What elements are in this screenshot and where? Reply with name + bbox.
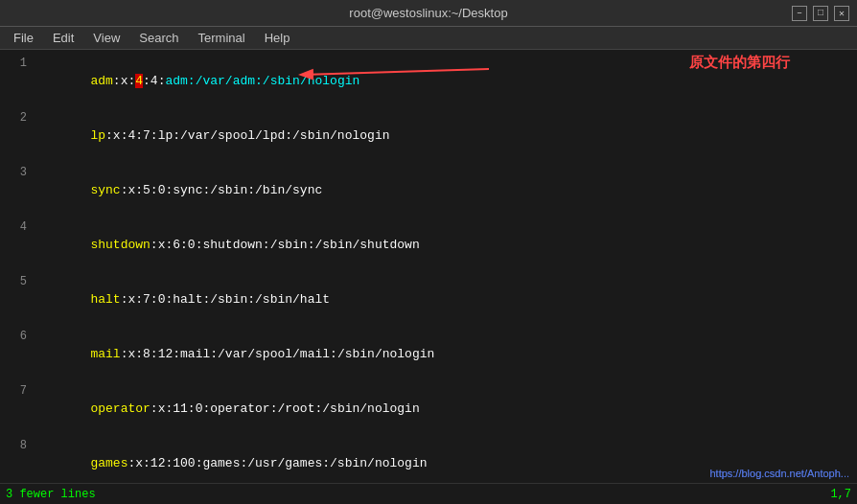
terminal-line-3: 3 sync:x:5:0:sync:/sbin:/bin/sync: [6, 163, 851, 218]
menu-search[interactable]: Search: [129, 29, 188, 47]
terminal-window: root@westoslinux:~/Desktop – □ ✕ File Ed…: [0, 0, 857, 504]
status-right: 1,7: [830, 488, 851, 501]
title-bar: root@westoslinux:~/Desktop – □ ✕: [0, 0, 857, 27]
window-controls[interactable]: – □ ✕: [792, 6, 849, 21]
status-left: 3 fewer lines: [6, 488, 96, 501]
terminal-line-4: 4 shutdown:x:6:0:shutdown:/sbin:/sbin/sh…: [6, 218, 851, 272]
maximize-button[interactable]: □: [813, 6, 828, 21]
status-bar: 3 fewer lines 1,7: [0, 483, 857, 504]
close-button[interactable]: ✕: [834, 6, 849, 21]
minimize-button[interactable]: –: [792, 6, 807, 21]
terminal-line-5: 5 halt:x:7:0:halt:/sbin:/sbin/halt: [6, 272, 851, 327]
terminal-line-7: 7 operator:x:11:0:operator:/root:/sbin/n…: [6, 381, 851, 436]
annotation-text: 原文件的第四行: [689, 54, 790, 72]
menu-view[interactable]: View: [83, 29, 129, 47]
window-title: root@westoslinux:~/Desktop: [65, 6, 792, 20]
terminal-line-6: 6 mail:x:8:12:mail:/var/spool/mail:/sbin…: [6, 327, 851, 381]
terminal-line-2: 2 lp:x:4:7:lp:/var/spool/lpd:/sbin/nolog…: [6, 108, 851, 163]
menu-edit[interactable]: Edit: [43, 29, 83, 47]
menu-terminal[interactable]: Terminal: [189, 29, 255, 47]
menu-file[interactable]: File: [4, 29, 43, 47]
terminal-content[interactable]: 原文件的第四行 1 adm:x:4:4:adm:/var/adm:/sbin/n…: [0, 50, 857, 483]
menu-bar: File Edit View Search Terminal Help: [0, 27, 857, 50]
menu-help[interactable]: Help: [255, 29, 300, 47]
